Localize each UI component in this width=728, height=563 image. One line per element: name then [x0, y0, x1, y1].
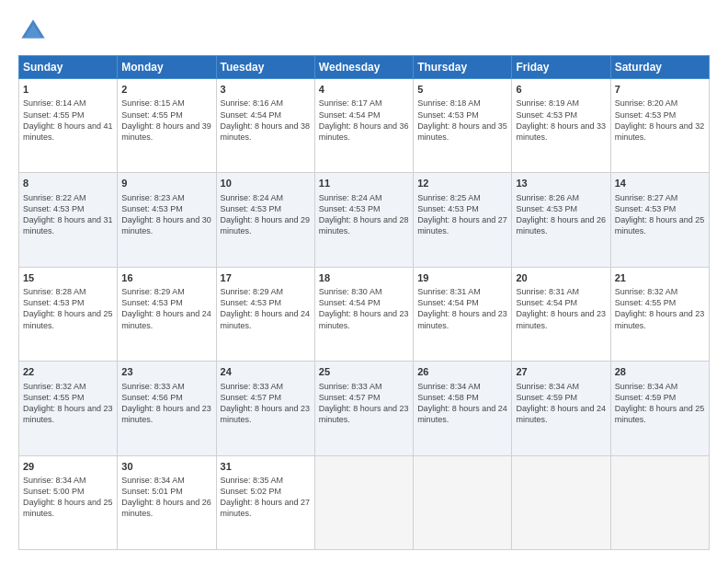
day-info: Sunrise: 8:29 AM Sunset: 4:53 PM Dayligh…: [221, 286, 311, 331]
day-info: Sunrise: 8:15 AM Sunset: 4:55 PM Dayligh…: [121, 98, 211, 143]
calendar-day-cell: 21Sunrise: 8:32 AM Sunset: 4:55 PM Dayli…: [610, 267, 709, 361]
day-info: Sunrise: 8:34 AM Sunset: 5:01 PM Dayligh…: [121, 475, 211, 520]
calendar-header-row: SundayMondayTuesdayWednesdayThursdayFrid…: [19, 56, 710, 79]
day-number: 27: [516, 365, 606, 379]
day-number: 29: [23, 460, 113, 474]
day-number: 21: [615, 271, 705, 285]
day-number: 24: [221, 365, 311, 379]
day-number: 15: [23, 271, 113, 285]
header: [18, 17, 710, 46]
day-number: 19: [417, 271, 507, 285]
day-info: Sunrise: 8:32 AM Sunset: 4:55 PM Dayligh…: [23, 381, 113, 426]
day-info: Sunrise: 8:29 AM Sunset: 4:53 PM Dayligh…: [121, 286, 211, 331]
calendar-day-cell: [512, 455, 610, 549]
day-info: Sunrise: 8:33 AM Sunset: 4:57 PM Dayligh…: [319, 381, 409, 426]
logo: [18, 17, 51, 46]
calendar-day-cell: 16Sunrise: 8:29 AM Sunset: 4:53 PM Dayli…: [118, 267, 216, 361]
calendar-day-cell: [610, 455, 709, 549]
day-info: Sunrise: 8:34 AM Sunset: 4:59 PM Dayligh…: [615, 381, 705, 426]
day-number: 28: [615, 365, 705, 379]
day-number: 26: [417, 365, 507, 379]
calendar-day-cell: 27Sunrise: 8:34 AM Sunset: 4:59 PM Dayli…: [512, 362, 610, 455]
day-info: Sunrise: 8:24 AM Sunset: 4:53 PM Dayligh…: [221, 192, 311, 237]
calendar-week-row: 1Sunrise: 8:14 AM Sunset: 4:55 PM Daylig…: [19, 79, 710, 173]
calendar-day-cell: 9Sunrise: 8:23 AM Sunset: 4:53 PM Daylig…: [118, 173, 216, 267]
page: SundayMondayTuesdayWednesdayThursdayFrid…: [0, 0, 728, 563]
day-number: 12: [417, 177, 507, 190]
calendar-day-cell: 15Sunrise: 8:28 AM Sunset: 4:53 PM Dayli…: [19, 267, 118, 361]
logo-icon: [18, 17, 48, 46]
day-info: Sunrise: 8:35 AM Sunset: 5:02 PM Dayligh…: [221, 475, 311, 520]
calendar-day-cell: 5Sunrise: 8:18 AM Sunset: 4:53 PM Daylig…: [414, 79, 512, 173]
weekday-header: Wednesday: [314, 56, 413, 79]
day-number: 13: [516, 177, 606, 190]
day-info: Sunrise: 8:19 AM Sunset: 4:53 PM Dayligh…: [516, 98, 606, 143]
day-info: Sunrise: 8:31 AM Sunset: 4:54 PM Dayligh…: [516, 286, 606, 331]
calendar-day-cell: 12Sunrise: 8:25 AM Sunset: 4:53 PM Dayli…: [414, 173, 512, 267]
day-info: Sunrise: 8:17 AM Sunset: 4:54 PM Dayligh…: [319, 98, 409, 143]
weekday-header: Saturday: [610, 56, 709, 79]
day-info: Sunrise: 8:14 AM Sunset: 4:55 PM Dayligh…: [23, 98, 113, 143]
day-number: 10: [221, 177, 311, 190]
day-info: Sunrise: 8:20 AM Sunset: 4:53 PM Dayligh…: [615, 98, 705, 143]
calendar-day-cell: 10Sunrise: 8:24 AM Sunset: 4:53 PM Dayli…: [216, 173, 314, 267]
day-number: 23: [121, 365, 211, 379]
day-info: Sunrise: 8:34 AM Sunset: 5:00 PM Dayligh…: [23, 475, 113, 520]
day-info: Sunrise: 8:31 AM Sunset: 4:54 PM Dayligh…: [417, 286, 507, 331]
day-info: Sunrise: 8:23 AM Sunset: 4:53 PM Dayligh…: [121, 192, 211, 237]
calendar-day-cell: 23Sunrise: 8:33 AM Sunset: 4:56 PM Dayli…: [118, 362, 216, 455]
calendar-week-row: 15Sunrise: 8:28 AM Sunset: 4:53 PM Dayli…: [19, 267, 710, 361]
day-info: Sunrise: 8:26 AM Sunset: 4:53 PM Dayligh…: [516, 192, 606, 237]
calendar-day-cell: 2Sunrise: 8:15 AM Sunset: 4:55 PM Daylig…: [118, 79, 216, 173]
day-number: 6: [516, 83, 606, 97]
calendar-day-cell: 22Sunrise: 8:32 AM Sunset: 4:55 PM Dayli…: [19, 362, 118, 455]
calendar-day-cell: 25Sunrise: 8:33 AM Sunset: 4:57 PM Dayli…: [314, 362, 413, 455]
day-number: 16: [121, 271, 211, 285]
calendar-week-row: 22Sunrise: 8:32 AM Sunset: 4:55 PM Dayli…: [19, 362, 710, 455]
day-number: 5: [417, 83, 507, 97]
day-info: Sunrise: 8:27 AM Sunset: 4:53 PM Dayligh…: [615, 192, 705, 237]
day-info: Sunrise: 8:32 AM Sunset: 4:55 PM Dayligh…: [615, 286, 705, 331]
calendar-day-cell: 24Sunrise: 8:33 AM Sunset: 4:57 PM Dayli…: [216, 362, 314, 455]
day-number: 2: [121, 83, 211, 97]
day-info: Sunrise: 8:33 AM Sunset: 4:56 PM Dayligh…: [121, 381, 211, 426]
day-number: 22: [23, 365, 113, 379]
calendar-day-cell: [314, 455, 413, 549]
day-number: 3: [221, 83, 311, 97]
day-info: Sunrise: 8:25 AM Sunset: 4:53 PM Dayligh…: [417, 192, 507, 237]
calendar-day-cell: 3Sunrise: 8:16 AM Sunset: 4:54 PM Daylig…: [216, 79, 314, 173]
day-number: 14: [615, 177, 705, 190]
calendar-day-cell: 30Sunrise: 8:34 AM Sunset: 5:01 PM Dayli…: [118, 455, 216, 549]
calendar-day-cell: 31Sunrise: 8:35 AM Sunset: 5:02 PM Dayli…: [216, 455, 314, 549]
day-info: Sunrise: 8:16 AM Sunset: 4:54 PM Dayligh…: [221, 98, 311, 143]
weekday-header: Friday: [512, 56, 610, 79]
day-info: Sunrise: 8:33 AM Sunset: 4:57 PM Dayligh…: [221, 381, 311, 426]
day-info: Sunrise: 8:34 AM Sunset: 4:59 PM Dayligh…: [516, 381, 606, 426]
calendar-week-row: 29Sunrise: 8:34 AM Sunset: 5:00 PM Dayli…: [19, 455, 710, 549]
day-number: 8: [23, 177, 113, 190]
day-number: 11: [319, 177, 409, 190]
day-number: 17: [221, 271, 311, 285]
calendar-day-cell: [414, 455, 512, 549]
calendar-day-cell: 1Sunrise: 8:14 AM Sunset: 4:55 PM Daylig…: [19, 79, 118, 173]
calendar-day-cell: 28Sunrise: 8:34 AM Sunset: 4:59 PM Dayli…: [610, 362, 709, 455]
day-number: 1: [23, 83, 113, 97]
day-number: 30: [121, 460, 211, 474]
day-info: Sunrise: 8:30 AM Sunset: 4:54 PM Dayligh…: [319, 286, 409, 331]
calendar-day-cell: 11Sunrise: 8:24 AM Sunset: 4:53 PM Dayli…: [314, 173, 413, 267]
weekday-header: Sunday: [19, 56, 118, 79]
calendar-day-cell: 14Sunrise: 8:27 AM Sunset: 4:53 PM Dayli…: [610, 173, 709, 267]
day-info: Sunrise: 8:22 AM Sunset: 4:53 PM Dayligh…: [23, 192, 113, 237]
calendar-week-row: 8Sunrise: 8:22 AM Sunset: 4:53 PM Daylig…: [19, 173, 710, 267]
day-info: Sunrise: 8:28 AM Sunset: 4:53 PM Dayligh…: [23, 286, 113, 331]
day-info: Sunrise: 8:18 AM Sunset: 4:53 PM Dayligh…: [417, 98, 507, 143]
day-number: 31: [221, 460, 311, 474]
calendar-day-cell: 7Sunrise: 8:20 AM Sunset: 4:53 PM Daylig…: [610, 79, 709, 173]
calendar-day-cell: 17Sunrise: 8:29 AM Sunset: 4:53 PM Dayli…: [216, 267, 314, 361]
calendar-day-cell: 13Sunrise: 8:26 AM Sunset: 4:53 PM Dayli…: [512, 173, 610, 267]
day-info: Sunrise: 8:34 AM Sunset: 4:58 PM Dayligh…: [417, 381, 507, 426]
calendar-day-cell: 8Sunrise: 8:22 AM Sunset: 4:53 PM Daylig…: [19, 173, 118, 267]
weekday-header: Monday: [118, 56, 216, 79]
day-number: 25: [319, 365, 409, 379]
calendar-day-cell: 6Sunrise: 8:19 AM Sunset: 4:53 PM Daylig…: [512, 79, 610, 173]
